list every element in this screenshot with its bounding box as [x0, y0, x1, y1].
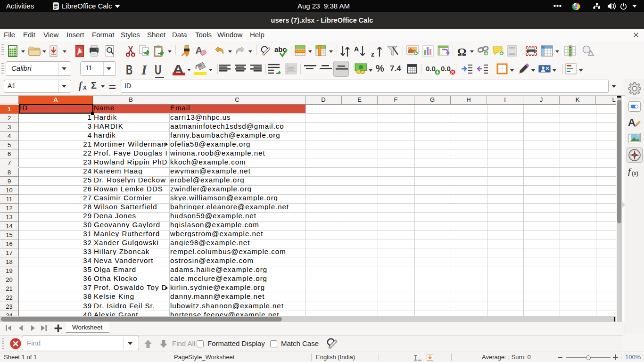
- svg-text:z: z: [371, 50, 374, 58]
- svg-text:A: A: [354, 45, 359, 53]
- svg-text:A: A: [628, 116, 636, 128]
- svg-text:Ω: Ω: [457, 46, 466, 58]
